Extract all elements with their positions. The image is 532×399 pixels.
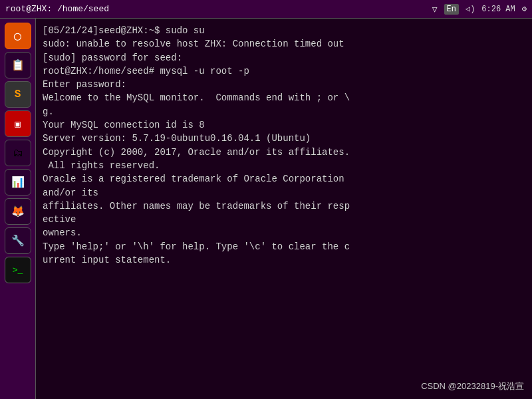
sidebar-icon-settings[interactable]: 🔧 — [5, 227, 31, 254]
terminal-line: ective — [43, 213, 525, 226]
terminal-line: owners. — [43, 226, 525, 239]
terminal-line: [05/21/24]seed@ZHX:~$ sudo su — [43, 24, 525, 37]
sidebar-icon-files[interactable]: 📋 — [5, 52, 31, 78]
terminal-line: affiliates. Other names may be trademark… — [43, 200, 525, 213]
sidebar-icon-ubuntu[interactable]: ◯ — [5, 23, 31, 49]
sidebar-icon-firefox[interactable]: 🦊 — [5, 198, 31, 225]
terminal-line: Type 'help;' or '\h' for help. Type '\c'… — [43, 240, 525, 253]
main-layout: ◯ 📋 S ▣ 🗂 📊 🦊 🔧 >_ [05/21/24]seed@ZHX:~$… — [0, 19, 532, 399]
sidebar-icon-console[interactable]: >_ — [5, 257, 31, 283]
sidebar-icon-graph[interactable]: 📊 — [5, 169, 31, 196]
terminal-line: Enter password: — [43, 78, 525, 91]
terminal-line: Copyright (c) 2000, 2017, Oracle and/or … — [43, 146, 525, 159]
titlebar-left: root@ZHX: /home/seed — [5, 4, 109, 14]
settings-icon[interactable]: ⚙ — [522, 4, 527, 14]
terminal-line: Server version: 5.7.19-0ubuntu0.16.04.1 … — [43, 132, 525, 145]
titlebar-title: root@ZHX: /home/seed — [5, 4, 109, 14]
sidebar: ◯ 📋 S ▣ 🗂 📊 🦊 🔧 >_ — [0, 19, 36, 399]
terminal-area[interactable]: [05/21/24]seed@ZHX:~$ sudo susudo: unabl… — [36, 19, 532, 399]
terminal-line: g. — [43, 105, 525, 118]
terminal-line: Your MySQL connection id is 8 — [43, 118, 525, 132]
terminal-line: and/or its — [43, 186, 525, 200]
time-label: 6:26 AM — [481, 5, 515, 14]
sidebar-icon-sql[interactable]: S — [5, 81, 31, 108]
terminal-line: root@ZHX:/home/seed# mysql -u root -p — [43, 65, 525, 78]
lang-label: En — [444, 4, 459, 15]
volume-icon: ◁) — [466, 4, 475, 14]
sidebar-icon-folder[interactable]: 🗂 — [5, 140, 31, 166]
terminal-line: sudo: unable to resolve host ZHX: Connec… — [43, 37, 525, 51]
terminal-line: Welcome to the MySQL monitor. Commands e… — [43, 91, 525, 104]
titlebar: root@ZHX: /home/seed ▽ En ◁) 6:26 AM ⚙ — [0, 0, 532, 19]
sidebar-icon-terminal[interactable]: ▣ — [5, 110, 31, 137]
terminal-line: [sudo] password for seed: — [43, 51, 525, 65]
terminal-line: Oracle is a registered trademark of Orac… — [43, 172, 525, 186]
network-icon: ▽ — [432, 4, 438, 15]
terminal-line: All rights reserved. — [43, 159, 525, 172]
watermark: CSDN @20232819-祝浩宣 — [421, 380, 524, 392]
terminal-line: urrent input statement. — [43, 253, 525, 267]
titlebar-right: ▽ En ◁) 6:26 AM ⚙ — [432, 4, 527, 15]
